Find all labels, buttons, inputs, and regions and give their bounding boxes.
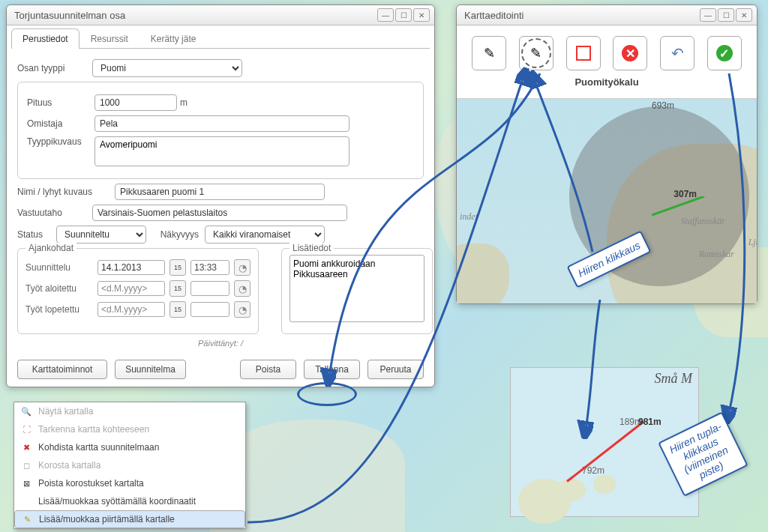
info-textarea[interactable] (290, 255, 424, 322)
undo-icon: ↶ (671, 44, 684, 62)
length-unit: m (180, 97, 188, 108)
clear-icon: ⊠ (20, 478, 32, 489)
place-label: Ljusskär (748, 237, 757, 248)
close-button[interactable]: ✕ (736, 8, 752, 22)
status-label: Status (17, 229, 56, 240)
times-legend: Ajankohdat (26, 243, 76, 253)
calendar-icon[interactable] (170, 280, 186, 297)
times-fieldset: Ajankohdat Suunnittelu Työt aloitettu (17, 248, 259, 334)
distance-label: 792m (582, 465, 604, 476)
length-input[interactable] (94, 94, 177, 111)
minimize-button[interactable]: — (700, 8, 716, 22)
place-label: indet (460, 211, 478, 223)
rectangle-icon (576, 46, 591, 61)
place-label: Ramsskar (699, 249, 734, 260)
cancel-button[interactable]: Peruuta (368, 360, 424, 379)
blank-icon (20, 496, 32, 507)
start-time-input[interactable] (190, 281, 230, 296)
pencil-icon: ✎ (484, 45, 495, 61)
start-label: Työt aloitettu (26, 283, 93, 294)
typedesc-label: Tyyppikuvaus (27, 136, 94, 147)
maptools-button[interactable]: Karttatoiminnot (17, 360, 107, 379)
delete-tool[interactable]: ✕ (613, 36, 647, 70)
owner-input[interactable] (94, 115, 350, 132)
tab-resurssit[interactable]: Resurssit (80, 28, 140, 49)
dropdown-item[interactable]: ◻Korosta kartalla (14, 456, 245, 474)
pencil-icon: ✎ (530, 45, 542, 61)
window-title: Torjuntasuunnitelman osa (14, 10, 125, 21)
zoom-icon: ⛶ (20, 424, 32, 435)
end-date-input[interactable] (98, 302, 165, 317)
maptools-dropdown: 🔍Näytä kartalla ⛶Tarkenna kartta kohtees… (14, 402, 246, 529)
plan-label: Suunnittelu (26, 262, 93, 273)
name-input[interactable] (115, 184, 325, 200)
clock-icon[interactable] (234, 301, 250, 318)
tabstrip: Perustiedot Resurssit Kerätty jäte (11, 28, 430, 49)
dropdown-item[interactable]: ✖Kohdista kartta suunnitelmaan (14, 438, 245, 456)
titlebar: Torjuntasuunnitelman osa — ☐ ✕ (7, 5, 434, 25)
clock-icon[interactable] (234, 280, 250, 297)
status-select[interactable]: Suunniteltu (56, 226, 146, 244)
dropdown-item[interactable]: ⛶Tarkenna kartta kohteeseen (14, 420, 245, 438)
rect-tool[interactable] (566, 36, 601, 70)
calendar-icon[interactable] (170, 301, 186, 318)
end-label: Työt lopetettu (26, 304, 93, 315)
x-icon: ✕ (622, 45, 638, 61)
save-button[interactable]: Tallenna (304, 360, 360, 379)
plan-window: Torjuntasuunnitelman osa — ☐ ✕ Perustied… (6, 4, 435, 387)
svg-line-0 (652, 196, 704, 215)
visibility-label: Näkyvyys (146, 229, 199, 240)
tool-caption: Puomityökalu (457, 73, 757, 98)
start-date-input[interactable] (98, 281, 165, 296)
minimize-button[interactable]: — (377, 8, 394, 22)
updated-by: Päivittänyt: / (17, 339, 424, 348)
resp-label: Vastuutaho (17, 208, 92, 218)
titlebar: Karttaeditointi — ☐ ✕ (457, 5, 757, 25)
window-title: Karttaeditointi (464, 10, 524, 21)
target-icon: ✖ (20, 442, 32, 453)
delete-button[interactable]: Poista (240, 360, 296, 379)
visibility-select[interactable]: Kaikki viranomaiset (205, 226, 325, 244)
end-time-input[interactable] (190, 302, 230, 317)
tab-perustiedot[interactable]: Perustiedot (11, 28, 80, 49)
maximize-button[interactable]: ☐ (395, 8, 412, 22)
distance-label: 693m (652, 100, 674, 111)
pencil-icon: ✎ (21, 514, 33, 525)
type-label: Osan tyyppi (17, 63, 92, 73)
plan-button[interactable]: Suunnitelma (115, 360, 186, 379)
resp-input[interactable] (92, 205, 347, 221)
owner-label: Omistaja (27, 118, 94, 129)
undo-tool[interactable]: ↶ (660, 36, 694, 70)
tab-keratty-jate[interactable]: Kerätty jäte (140, 28, 208, 49)
pen-line-tool[interactable]: ✎ (472, 36, 506, 70)
magnifier-icon: 🔍 (20, 406, 32, 417)
dropdown-item[interactable]: 🔍Näytä kartalla (14, 402, 245, 420)
length-label: Pituus (27, 97, 94, 108)
calendar-icon[interactable] (170, 259, 186, 276)
dropdown-item[interactable]: ⊠Poista korostukset kartalta (14, 474, 245, 492)
distance-label: 981m (638, 417, 662, 427)
check-icon: ✓ (716, 45, 733, 61)
confirm-tool[interactable]: ✓ (707, 36, 742, 70)
dropdown-item-draw[interactable]: ✎Lisää/muokkaa piirtämällä kartalle (14, 510, 245, 528)
pen-circle-tool[interactable]: ✎ (519, 36, 554, 70)
info-fieldset: Lisätiedot (281, 248, 433, 334)
plan-time-input[interactable] (190, 260, 230, 275)
type-select[interactable]: Puomi (92, 59, 242, 77)
maximize-button[interactable]: ☐ (718, 8, 734, 22)
highlight-icon: ◻ (20, 460, 32, 471)
dropdown-item[interactable]: Lisää/muokkaa syöttämällä koordinaatit (14, 492, 245, 510)
plan-date-input[interactable] (98, 260, 165, 275)
name-label: Nimi / lyhyt kuvaus (17, 187, 115, 197)
clock-icon[interactable] (234, 259, 250, 276)
typedesc-input[interactable] (94, 136, 350, 166)
info-legend: Lisätiedot (290, 243, 334, 253)
close-button[interactable]: ✕ (413, 8, 430, 22)
mini-map-title: Små M (655, 371, 693, 387)
